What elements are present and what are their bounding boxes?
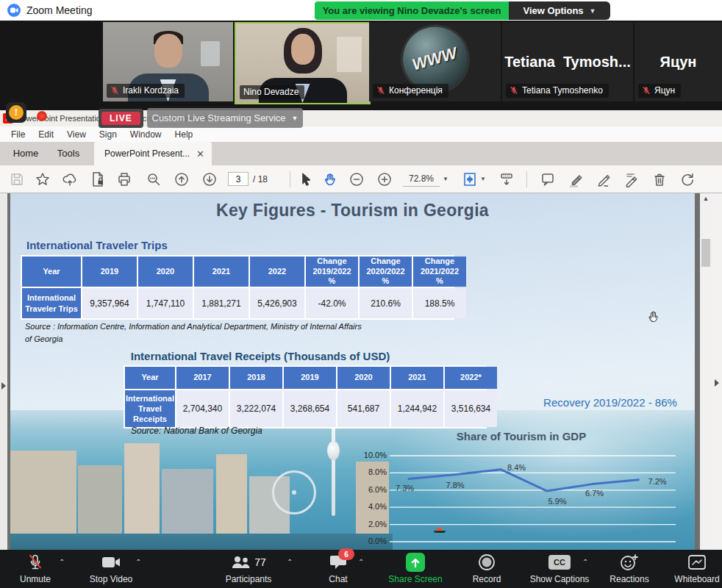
- mouse-cursor-hand: [647, 309, 660, 327]
- menu-sign[interactable]: Sign: [93, 129, 124, 140]
- traveler-trips-table: Year 2019 2020 2021 2022 Change 2019/202…: [21, 255, 454, 320]
- tab-document-active[interactable]: PowerPoint Present... ✕: [94, 142, 212, 165]
- stop-video-button[interactable]: Stop Video: [81, 553, 141, 587]
- app-title: Zoom Meeting: [26, 0, 92, 21]
- svg-text:7.3%: 7.3%: [396, 484, 414, 492]
- mic-muted-icon: [27, 553, 43, 572]
- previous-page-icon[interactable]: [174, 171, 190, 187]
- toolbar-dock-icon[interactable]: [498, 171, 515, 187]
- cloud-upload-icon[interactable]: [62, 171, 78, 187]
- video-tile-conference[interactable]: WWW Конференція: [369, 22, 501, 101]
- chevron-up-icon[interactable]: ⌃: [135, 558, 141, 566]
- mic-off-icon: [376, 86, 385, 95]
- col-header: Change 2021/2022 %: [413, 257, 466, 287]
- select-tool-icon[interactable]: [298, 171, 314, 187]
- chevron-up-icon[interactable]: ⌃: [59, 558, 65, 566]
- chevron-up-icon[interactable]: ⌃: [582, 558, 588, 566]
- row-label: International Travel Receipts: [125, 390, 175, 427]
- source-note-1: Source : Information Centre, Information…: [25, 320, 362, 345]
- zoom-level-value[interactable]: 72.8%: [403, 172, 440, 187]
- file-lock-icon[interactable]: [90, 171, 106, 187]
- whiteboard-button[interactable]: Whiteboard: [668, 553, 722, 587]
- record-button[interactable]: Record: [459, 553, 515, 587]
- participants-icon: [231, 555, 251, 570]
- left-pane-toggle[interactable]: [1, 382, 6, 390]
- view-options-button[interactable]: View Options ▼: [509, 1, 610, 20]
- fill-sign-icon[interactable]: [623, 171, 640, 187]
- section2-heading: International Travel Receipts (Thousands…: [113, 350, 407, 362]
- zoom-dropdown-icon[interactable]: ▼: [443, 176, 448, 182]
- svg-text:8.4%: 8.4%: [507, 463, 526, 472]
- reactions-button[interactable]: Reactions: [598, 553, 660, 587]
- col-header: 2020: [138, 257, 193, 287]
- zoom-out-icon[interactable]: [349, 171, 365, 187]
- menu-edit[interactable]: Edit: [32, 129, 60, 140]
- unmute-button[interactable]: Unmute: [7, 553, 63, 587]
- tab-tools[interactable]: Tools: [47, 142, 90, 165]
- table-cell: 3,222,074: [230, 390, 282, 427]
- fit-dropdown-icon[interactable]: ▼: [480, 176, 486, 182]
- chat-button[interactable]: 6 Chat: [314, 553, 362, 587]
- table-cell: 1,747,110: [138, 288, 193, 318]
- share-screen-button[interactable]: Share Screen: [382, 553, 448, 587]
- recording-dot-icon: [37, 111, 47, 121]
- tab-home[interactable]: Home: [4, 142, 47, 165]
- participants-button[interactable]: 77 Participants: [215, 553, 282, 587]
- col-header: 2018: [230, 367, 282, 389]
- sign-pen-icon[interactable]: [596, 171, 612, 187]
- zoom-in-icon[interactable]: [376, 171, 393, 187]
- fit-width-icon[interactable]: [462, 171, 478, 187]
- chart-title: Share of Tourism in GDP: [356, 430, 687, 442]
- close-tab-icon[interactable]: ✕: [196, 148, 204, 159]
- col-header: Change 2020/2022 %: [360, 257, 412, 287]
- print-icon[interactable]: [116, 171, 132, 187]
- col-header: Year: [125, 367, 175, 389]
- participant-name: Tetiana Tymoshenko: [522, 85, 603, 96]
- video-tile-tetiana[interactable]: Tetiana Tymosh... Tetiana Tymoshenko: [502, 22, 633, 101]
- video-camera-icon: [101, 553, 121, 572]
- participant-nametag: Irakli Kordzaia: [107, 84, 185, 98]
- streaming-service-dropdown[interactable]: Custom Live Streaming Service ▼: [147, 108, 303, 128]
- hand-tool-icon[interactable]: [322, 171, 338, 187]
- trash-icon[interactable]: [651, 171, 668, 187]
- menu-window[interactable]: Window: [124, 129, 168, 140]
- y-tick: 2.0%: [356, 520, 387, 528]
- warning-overlay-icon: !: [6, 102, 26, 123]
- vertical-scrollbar[interactable]: ▲: [700, 193, 712, 550]
- gdp-share-chart: Share of Tourism in GDP 10.0% 8.0% 6.0% …: [356, 429, 687, 546]
- menu-view[interactable]: View: [60, 129, 93, 140]
- right-pane-toggle[interactable]: [715, 379, 719, 387]
- view-options-label: View Options: [523, 5, 583, 16]
- menu-help[interactable]: Help: [168, 129, 200, 140]
- chat-unread-badge: 6: [338, 548, 354, 560]
- video-tile-yatsun[interactable]: Яцун Яцун: [635, 22, 722, 101]
- comment-icon[interactable]: [540, 171, 556, 187]
- col-header: 2022: [250, 257, 304, 287]
- col-header: 2020: [337, 367, 390, 389]
- chevron-up-icon[interactable]: ⌃: [287, 558, 293, 566]
- section1-heading: International Traveler Trips: [26, 239, 168, 251]
- scrollbar-thumb[interactable]: [701, 239, 710, 267]
- next-page-icon[interactable]: [201, 171, 218, 187]
- mic-off-icon: [110, 86, 119, 95]
- page-number-input[interactable]: [228, 172, 249, 186]
- document-area: Key Figures - Tourism in Georgia Interna…: [0, 193, 722, 550]
- participant-name: Яцун: [654, 85, 675, 96]
- table-cell: 9,357,964: [82, 288, 137, 318]
- video-tile-nino-active[interactable]: Nino Devadze: [235, 22, 371, 104]
- highlighter-icon[interactable]: [568, 171, 584, 187]
- chevron-up-icon[interactable]: ⌃: [358, 558, 364, 566]
- recovery-note: Recovery 2019/2022 - 86%: [500, 396, 695, 409]
- save-icon[interactable]: [9, 171, 25, 187]
- record-icon: [478, 553, 496, 572]
- table-cell: 541,687: [337, 390, 390, 427]
- search-icon[interactable]: [146, 171, 162, 187]
- zoom-meeting-window: Zoom Meeting You are viewing Nino Devadz…: [0, 0, 722, 588]
- menu-file[interactable]: File: [4, 129, 32, 140]
- video-tile-irakli[interactable]: Irakli Kordzaia: [103, 22, 233, 101]
- star-icon[interactable]: [35, 171, 51, 187]
- scroll-up-icon[interactable]: ▲: [700, 195, 712, 202]
- row-label: International Traveler Trips: [22, 288, 81, 318]
- rotate-icon[interactable]: [679, 171, 696, 187]
- whiteboard-icon: [687, 553, 707, 572]
